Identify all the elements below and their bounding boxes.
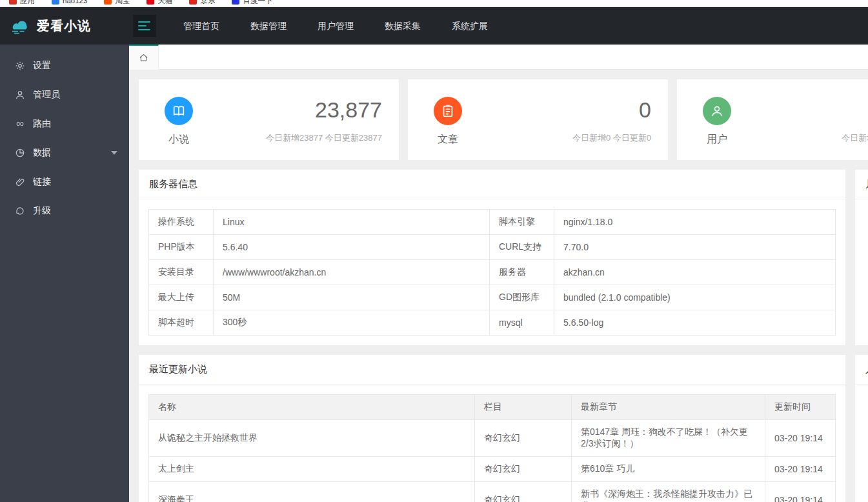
server-value: 50M: [214, 285, 490, 310]
data-icon: [14, 147, 26, 159]
sidebar-item-label: 链接: [33, 176, 51, 188]
sidebar-item-label: 设置: [33, 60, 51, 72]
server-key: mysql: [490, 310, 554, 336]
app-logo[interactable]: 爱看小说: [0, 7, 129, 45]
table-header-row: 名称 栏目 最新章节 更新时间: [149, 395, 836, 420]
home-icon: [139, 53, 148, 63]
link-icon: [14, 176, 26, 188]
sidebar-item-label: 管理员: [33, 89, 60, 101]
sidebar-item-settings[interactable]: 设置: [0, 51, 129, 80]
tab-home[interactable]: [129, 45, 159, 70]
novel-update-time: 03-20 19:14: [765, 420, 836, 457]
table-row: 操作系统 Linux 脚本引擎 nginx/1.18.0: [149, 210, 836, 235]
stat-label: 小说: [152, 133, 206, 146]
novel-name: 从诡秘之主开始拯救世界: [149, 420, 475, 457]
recent-novels-table: 名称 栏目 最新章节 更新时间 从诡秘之主开始拯救世界 奇幻玄幻 第0147章 …: [148, 394, 836, 502]
server-key: 脚本超时: [149, 310, 214, 336]
browser-bookmarks-bar: 应用 hao123 淘宝 天猫 京东 百度一下: [0, 0, 868, 7]
table-row: 最大上传 50M GD图形库 bundled (2.1.0 compatible…: [149, 285, 836, 310]
stat-label: 用户: [690, 133, 744, 146]
sidebar-item-upgrade[interactable]: 升级: [0, 196, 129, 225]
sidebar-item-route[interactable]: ∞ 路由: [0, 109, 129, 138]
screen: 应用 hao123 淘宝 天猫 京东 百度一下 爱看小说 管理首页 数据管理 用…: [0, 0, 868, 502]
sidebar-item-label: 数据: [33, 147, 51, 159]
panel-title: 月: [855, 170, 868, 199]
server-key: 脚本引擎: [490, 210, 554, 235]
article-icon: [434, 97, 462, 125]
server-key: CURL支持: [490, 235, 554, 260]
apps-icon: [9, 0, 17, 5]
tab-bar: [129, 45, 868, 70]
table-row: 太上剑主 奇幻玄幻 第610章 巧儿 03-20 19:14: [149, 457, 836, 482]
collapse-menu-icon[interactable]: [133, 15, 156, 37]
stat-value: 2: [842, 99, 868, 121]
server-value: bundled (2.1.0 compatible): [554, 285, 836, 310]
route-icon: ∞: [14, 118, 26, 130]
panel-title: 服务器信息: [139, 170, 845, 199]
novel-latest-chapter: 新书《深海炮王：我杀怪能提升攻击力》已发: [572, 482, 765, 502]
stat-label: 文章: [421, 133, 475, 146]
server-value: akzhan.cn: [554, 260, 836, 285]
server-key: 安装目录: [149, 260, 214, 285]
stat-sub: 今日新增23877 今日更新23877: [266, 132, 382, 144]
server-key: GD图形库: [490, 285, 554, 310]
user-icon: [14, 89, 26, 101]
novel-category: 奇幻玄幻: [475, 482, 572, 502]
col-header-time: 更新时间: [765, 395, 836, 420]
taobao-icon: [104, 0, 112, 5]
right-panel-partial: 人: [855, 355, 868, 502]
novel-latest-chapter: 第0147章 周珏：狗改不了吃屎！（补欠更2/3求订阅！）: [572, 420, 765, 457]
app-title: 爱看小说: [37, 17, 91, 35]
server-value: 5.6.50-log: [554, 310, 836, 336]
table-row: 深海拳王 奇幻玄幻 新书《深海炮王：我杀怪能提升攻击力》已发 03-20 19:…: [149, 482, 836, 502]
server-info-panel: 服务器信息 操作系统 Linux 脚本引擎 nginx/1.18.0: [139, 170, 845, 345]
bookmark-jd[interactable]: 京东: [189, 0, 215, 6]
stat-value: 23,877: [266, 99, 382, 121]
bookmark-tmall[interactable]: 天猫: [146, 0, 172, 6]
bookmark-label: 百度一下: [243, 0, 272, 6]
sidebar: 设置 管理员 ∞ 路由 数据: [0, 45, 129, 502]
nav-item-user-manage[interactable]: 用户管理: [302, 7, 369, 45]
table-row: 安装目录 /www/wwwroot/akzhan.cn 服务器 akzhan.c…: [149, 260, 836, 285]
server-key: 服务器: [490, 260, 554, 285]
bookmark-taobao[interactable]: 淘宝: [104, 0, 130, 6]
dashboard-content: 小说 23,877 今日新增23877 今日更新23877 文章: [129, 70, 868, 502]
novels-panel-row: 最近更新小说 名称 栏目 最新章节 更新时间 从诡秘之主开始拯: [139, 355, 868, 502]
sidebar-item-admin[interactable]: 管理员: [0, 80, 129, 109]
col-header-chapter: 最新章节: [572, 395, 765, 420]
novel-name: 太上剑主: [149, 457, 475, 482]
gear-icon: [14, 60, 26, 72]
sidebar-item-label: 升级: [33, 205, 51, 217]
bookmark-label: 应用: [20, 0, 35, 6]
bookmark-apps[interactable]: 应用: [9, 0, 35, 6]
novel-update-time: 03-20 19:14: [765, 482, 836, 502]
stat-cards-row: 小说 23,877 今日新增23877 今日更新23877 文章: [139, 79, 868, 160]
bookmark-label: 淘宝: [115, 0, 130, 6]
novel-category: 奇幻玄幻: [475, 457, 572, 482]
nav-item-collect[interactable]: 数据采集: [369, 7, 436, 45]
cloud-logo-icon: [9, 17, 31, 34]
bookmark-baidu[interactable]: 百度一下: [232, 0, 272, 6]
stat-card-articles: 文章 0 今日新增0 今日更新0: [408, 79, 668, 160]
top-nav: 管理首页 数据管理 用户管理 数据采集 系统扩展: [168, 7, 503, 45]
col-header-category: 栏目: [475, 395, 572, 420]
sidebar-item-data[interactable]: 数据: [0, 138, 129, 167]
nav-item-data-manage[interactable]: 数据管理: [235, 7, 302, 45]
bookmark-label: 京东: [200, 0, 215, 6]
nav-item-home[interactable]: 管理首页: [168, 7, 235, 45]
bookmark-hao123[interactable]: hao123: [52, 0, 87, 5]
table-row: 脚本超时 300秒 mysql 5.6.50-log: [149, 310, 836, 336]
sidebar-item-links[interactable]: 链接: [0, 167, 129, 196]
server-value: 7.70.0: [554, 235, 836, 260]
stat-card-users: 用户 2 今日新增1 今日更新1: [677, 79, 868, 160]
novel-name: 深海拳王: [149, 482, 475, 502]
nav-item-extend[interactable]: 系统扩展: [436, 7, 503, 45]
server-key: 最大上传: [149, 285, 214, 310]
server-panel-row: 服务器信息 操作系统 Linux 脚本引擎 nginx/1.18.0: [139, 170, 868, 345]
server-value: 300秒: [214, 310, 490, 336]
chevron-down-icon: [111, 151, 117, 155]
stat-sub: 今日新增0 今日更新0: [572, 132, 651, 144]
stat-card-novels: 小说 23,877 今日新增23877 今日更新23877: [139, 79, 399, 160]
server-key: PHP版本: [149, 235, 214, 260]
novel-latest-chapter: 第610章 巧儿: [572, 457, 765, 482]
